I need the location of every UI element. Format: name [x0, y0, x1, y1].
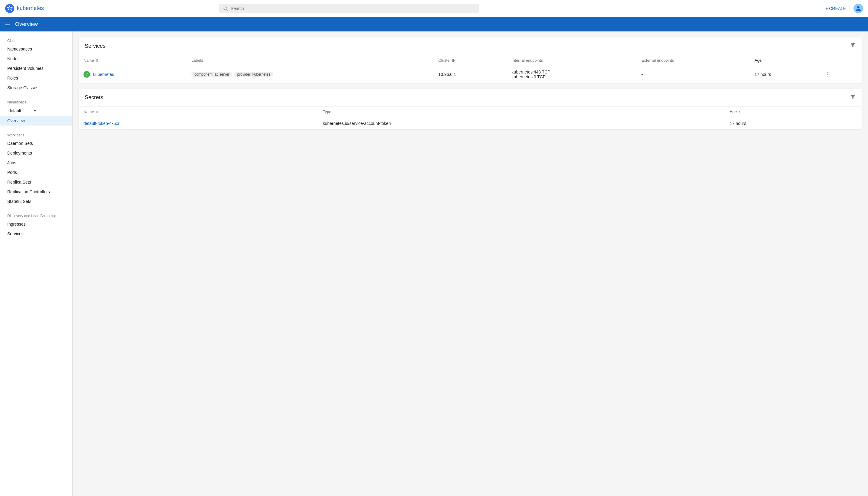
svg-point-1 [9, 7, 11, 10]
logo[interactable]: kubernetes [5, 4, 44, 13]
services-col-labels: Labels [187, 55, 433, 66]
sidebar-item-replica-sets[interactable]: Replica Sets [0, 177, 72, 187]
secrets-filter-icon[interactable] [850, 94, 856, 101]
secrets-col-type: Type [318, 107, 725, 117]
secrets-col-age[interactable]: Age ↑ [725, 107, 862, 117]
sidebar-item-overview[interactable]: Overview [0, 116, 72, 125]
table-row: default-token-cx5xr kubernetes.io/servic… [79, 117, 862, 130]
label-chip-1: component: apiserver [191, 72, 232, 77]
workloads-section-label: Workloads [0, 131, 72, 139]
services-col-name[interactable]: Name ⇅ [79, 55, 187, 66]
row-menu-icon[interactable]: ⋮ [825, 71, 831, 78]
table-row: ✓ kubernetes component: apiserver provid… [79, 66, 862, 83]
secrets-row-name-cell: default-token-cx5xr [79, 117, 318, 130]
services-title: Services [85, 43, 106, 49]
secrets-table-head: Name ⇅ Type Age ↑ [79, 107, 862, 117]
secrets-card-header: Secrets [79, 89, 862, 107]
user-icon [855, 5, 861, 12]
secrets-title: Secrets [85, 94, 103, 101]
services-row-labels-cell: component: apiserver provider: kubernete… [187, 66, 433, 83]
sidebar-item-namespaces[interactable]: Namespaces [0, 44, 72, 54]
namespace-section-label: Namespace [0, 98, 72, 106]
create-button[interactable]: + CREATE [825, 6, 846, 11]
search-icon [223, 6, 228, 11]
services-row-menu-cell: ⋮ [820, 66, 862, 83]
sidebar-item-pods[interactable]: Pods [0, 168, 72, 177]
services-col-actions [820, 55, 862, 66]
services-table: Name ⇅ Labels Cluster IP Internal endpoi… [79, 55, 862, 83]
secret-name-link[interactable]: default-token-cx5xr [83, 121, 120, 126]
search-input[interactable] [231, 6, 476, 11]
services-card: Services Name ⇅ Labels [79, 37, 862, 83]
topbar-actions: + CREATE [825, 4, 863, 13]
status-ok-icon: ✓ [83, 71, 90, 78]
services-card-header: Services [79, 37, 862, 55]
secrets-age-sort-icon: ↑ [739, 110, 740, 114]
services-col-cluster-ip: Cluster IP [433, 55, 507, 66]
secrets-table: Name ⇅ Type Age ↑ [79, 107, 862, 129]
services-age-sort-icon: ↑ [763, 59, 765, 62]
kubernetes-logo-icon [5, 4, 15, 13]
sidebar-item-stateful-sets[interactable]: Stateful Sets [0, 197, 72, 206]
main-content: Services Name ⇅ Labels [73, 31, 868, 496]
services-row-external-endpoints-cell: - [637, 66, 750, 83]
services-name-sort-icon: ⇅ [96, 59, 98, 62]
sidebar-item-nodes[interactable]: Nodes [0, 54, 72, 63]
services-table-body: ✓ kubernetes component: apiserver provid… [79, 66, 862, 83]
namespace-select[interactable]: default kube-system kube-public [7, 108, 37, 113]
services-col-internal-endpoints: Internal endpoints [507, 55, 637, 66]
sidebar-item-daemon-sets[interactable]: Daemon Sets [0, 139, 72, 148]
services-filter-icon[interactable] [850, 42, 856, 50]
secrets-row-age-cell: 17 hours [725, 117, 862, 130]
sidebar-divider-1 [0, 95, 72, 95]
secrets-row-type-cell: kubernetes.io/service-account-token [318, 117, 725, 130]
header-bar: ☰ Overview [0, 17, 868, 31]
svg-line-3 [227, 10, 228, 10]
secrets-col-name[interactable]: Name ⇅ [79, 107, 318, 117]
services-col-age[interactable]: Age ↑ [750, 55, 820, 66]
sidebar-item-roles[interactable]: Roles [0, 73, 72, 83]
sidebar: Cluster Namespaces Nodes Persistent Volu… [0, 31, 73, 496]
page-title: Overview [15, 21, 38, 28]
sidebar-item-deployments[interactable]: Deployments [0, 148, 72, 158]
logo-text: kubernetes [17, 5, 44, 12]
services-row-age-cell: 17 hours [750, 66, 820, 83]
sidebar-item-ingresses[interactable]: Ingresses [0, 219, 72, 229]
services-row-cluster-ip-cell: 10.96.0.1 [433, 66, 507, 83]
layout: Cluster Namespaces Nodes Persistent Volu… [0, 31, 868, 496]
services-table-head: Name ⇅ Labels Cluster IP Internal endpoi… [79, 55, 862, 66]
sidebar-item-persistent-volumes[interactable]: Persistent Volumes [0, 63, 72, 73]
search-bar[interactable] [219, 4, 479, 13]
sidebar-item-jobs[interactable]: Jobs [0, 158, 72, 168]
topbar: kubernetes + CREATE [0, 0, 868, 17]
label-chip-2: provider: kubernetes [234, 72, 273, 77]
secrets-card: Secrets Name ⇅ Type [79, 89, 862, 129]
services-row-internal-endpoints-cell: kubernetes:443 TCP kubernetes:0 TCP [507, 66, 637, 83]
cluster-section-label: Cluster [0, 36, 72, 44]
sidebar-item-services[interactable]: Services [0, 229, 72, 238]
service-name-link[interactable]: kubernetes [93, 72, 114, 77]
user-avatar[interactable] [853, 4, 863, 13]
services-row-name-cell: ✓ kubernetes [79, 66, 187, 83]
services-col-external-endpoints: External endpoints [637, 55, 750, 66]
sidebar-item-storage-classes[interactable]: Storage Classes [0, 83, 72, 93]
discovery-section-label: Discovery and Load Balancing [0, 212, 72, 219]
namespace-selector[interactable]: default kube-system kube-public [0, 106, 72, 116]
secrets-name-sort-icon: ⇅ [96, 110, 98, 114]
sidebar-item-replication-controllers[interactable]: Replication Controllers [0, 187, 72, 197]
divider [850, 5, 850, 12]
menu-icon[interactable]: ☰ [5, 20, 10, 28]
secrets-table-body: default-token-cx5xr kubernetes.io/servic… [79, 117, 862, 130]
